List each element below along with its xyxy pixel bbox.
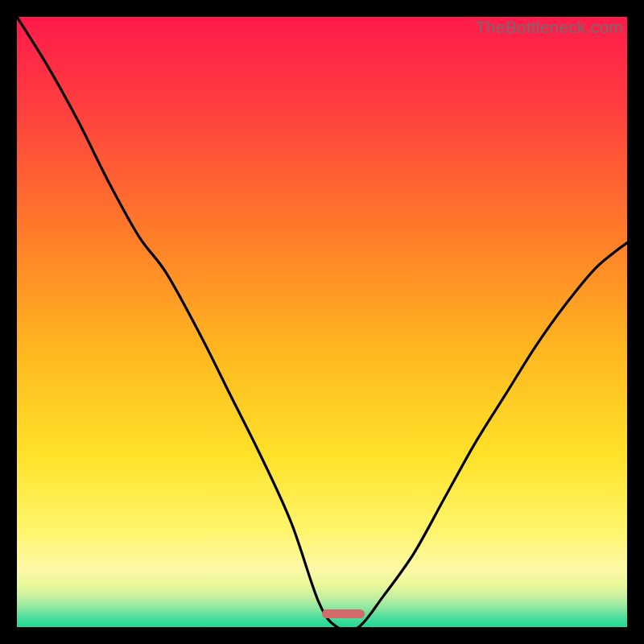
svg-rect-0	[17, 17, 627, 627]
chart-gradient-background	[17, 17, 627, 627]
chart-frame: TheBottleneck.com	[17, 17, 627, 627]
